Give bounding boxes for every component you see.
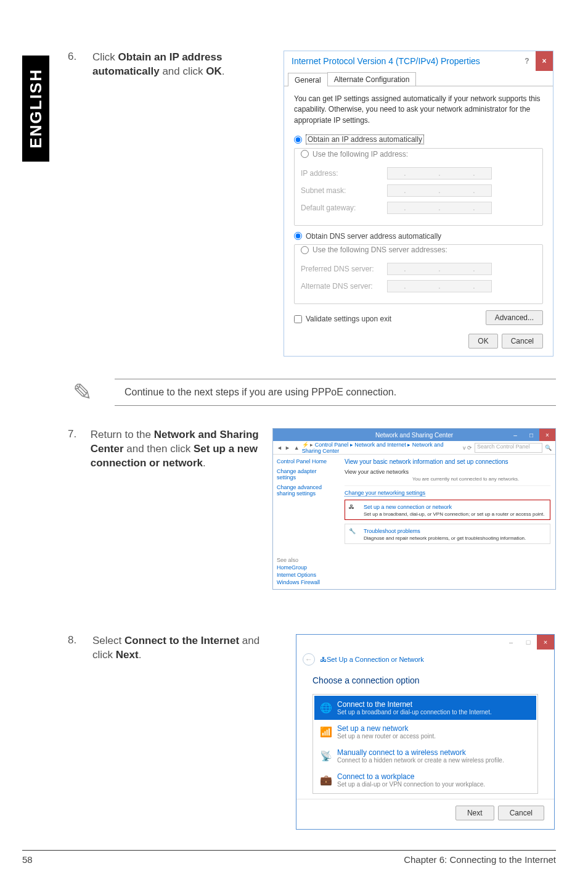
close-icon[interactable]: × <box>537 635 554 650</box>
up-icon[interactable]: ▲ <box>294 445 300 451</box>
close-icon[interactable]: × <box>536 51 553 71</box>
network-icon: 🖧 <box>349 504 360 515</box>
page-number: 58 <box>22 854 33 865</box>
radio-use-following-ip[interactable] <box>301 150 309 158</box>
radio-obtain-ip-auto[interactable] <box>294 136 302 144</box>
breadcrumb[interactable]: ⚡ ▸ Control Panel ▸ Network and Internet… <box>302 442 460 454</box>
preferred-dns-label: Preferred DNS server: <box>301 265 387 273</box>
maximize-icon[interactable]: □ <box>523 429 539 441</box>
wizard-title: Set Up a Connection or Network <box>327 656 424 663</box>
sidebar-change-sharing[interactable]: Change advanced sharing settings <box>277 484 336 497</box>
wizard-title-icon: 🖧 <box>320 656 327 663</box>
radio-use-following-dns-label: Use the following DNS server addresses: <box>312 245 447 254</box>
see-also-label: See also <box>277 557 320 563</box>
minimize-icon[interactable]: – <box>502 635 520 650</box>
language-tab-label: ENGLISH <box>27 68 46 149</box>
alternate-dns-label: Alternate DNS server: <box>301 282 387 291</box>
minimize-icon[interactable]: – <box>507 429 523 441</box>
troubleshoot-icon: 🔧 <box>349 528 360 539</box>
link-setup-new-connection[interactable]: 🖧 Set up a new connection or network Set… <box>345 500 550 520</box>
ipv4-properties-dialog: Internet Protocol Version 4 (TCP/IPv4) P… <box>284 51 553 357</box>
maximize-icon[interactable]: □ <box>520 635 537 650</box>
radio-use-following-dns[interactable] <box>301 246 309 254</box>
advanced-button[interactable]: Advanced... <box>486 310 543 325</box>
sidebar-change-adapter[interactable]: Change adapter settings <box>277 468 336 481</box>
nsc-change-settings-header: Change your networking settings <box>345 490 425 497</box>
step7-text: Return to the Network and Sharing Center… <box>91 428 260 471</box>
default-gateway-label: Default gateway: <box>301 204 387 212</box>
ipv4-description: You can get IP settings assigned automat… <box>294 94 543 126</box>
step6-number: 6. <box>68 51 92 63</box>
network-sharing-center-window: Network and Sharing Center – □ × ◄ ► ▲ ⚡… <box>272 428 556 590</box>
ipv4-dialog-title: Internet Protocol Version 4 (TCP/IPv4) P… <box>284 51 518 71</box>
ok-button[interactable]: OK <box>468 334 497 349</box>
step6-text: Click Obtain an IP address automatically… <box>92 51 265 79</box>
option-connect-workplace[interactable]: 💼 Connect to a workplaceSet up a dial-up… <box>314 768 536 792</box>
nsc-active-networks-header: View your active networks <box>345 469 550 475</box>
step8-text: Select Connect to the Internet and click… <box>92 634 277 662</box>
sidebar-control-panel-home[interactable]: Control Panel Home <box>277 458 327 464</box>
tab-general[interactable]: General <box>288 73 328 86</box>
forward-icon[interactable]: ► <box>285 445 290 451</box>
radio-obtain-dns-auto-label: Obtain DNS server address automatically <box>306 232 441 241</box>
back-icon[interactable]: ◄ <box>277 445 282 451</box>
cancel-button[interactable]: Cancel <box>498 806 544 820</box>
validate-settings-checkbox[interactable] <box>294 315 302 323</box>
wizard-header: Choose a connection option <box>312 675 538 685</box>
globe-icon: 🌐 <box>320 702 337 714</box>
back-icon[interactable]: ← <box>303 653 315 666</box>
nsc-title: Network and Sharing Center <box>375 432 453 439</box>
briefcase-icon: 💼 <box>320 774 337 786</box>
link-windows-firewall[interactable]: Windows Firewall <box>277 579 320 585</box>
nsc-main-header: View your basic network information and … <box>345 458 550 465</box>
tab-alternate-configuration[interactable]: Alternate Configuration <box>327 72 417 86</box>
cancel-button[interactable]: Cancel <box>502 334 543 349</box>
note-text: Continue to the next steps if you are us… <box>115 379 556 406</box>
step7-number: 7. <box>68 428 91 440</box>
close-icon[interactable]: × <box>539 429 555 441</box>
search-icon[interactable]: 🔍 <box>545 445 552 451</box>
option-setup-new-network[interactable]: 📶 Set up a new networkSet up a new route… <box>314 720 536 744</box>
radio-obtain-dns-auto[interactable] <box>294 232 302 240</box>
default-gateway-input: ... <box>387 202 492 214</box>
alternate-dns-input: ... <box>387 280 492 292</box>
preferred-dns-input: ... <box>387 263 492 275</box>
link-troubleshoot[interactable]: 🔧 Troubleshoot problems Diagnose and rep… <box>345 524 550 544</box>
language-tab: ENGLISH <box>22 56 49 162</box>
radio-use-following-ip-label: Use the following IP address: <box>312 150 408 159</box>
link-internet-options[interactable]: Internet Options <box>277 572 320 578</box>
help-icon[interactable]: ? <box>518 51 536 71</box>
subnet-mask-label: Subnet mask: <box>301 186 387 195</box>
radio-obtain-ip-auto-label: Obtain an IP address automatically <box>306 134 424 144</box>
ip-address-label: IP address: <box>301 169 387 178</box>
validate-settings-label: Validate settings upon exit <box>306 315 391 323</box>
wifi-icon: 📡 <box>320 750 337 762</box>
chapter-title: Chapter 6: Connecting to the Internet <box>404 854 556 865</box>
option-manual-wireless[interactable]: 📡 Manually connect to a wireless network… <box>314 744 536 768</box>
link-homegroup[interactable]: HomeGroup <box>277 564 320 571</box>
step8-number: 8. <box>68 634 92 646</box>
set-up-connection-wizard: – □ × ← 🖧 Set Up a Connection or Network… <box>296 634 555 830</box>
subnet-mask-input: ... <box>387 184 492 197</box>
router-icon: 📶 <box>320 726 337 738</box>
search-input[interactable]: Search Control Panel <box>475 443 542 453</box>
next-button[interactable]: Next <box>455 806 494 820</box>
nsc-active-networks-sub: You are currently not connected to any n… <box>345 476 550 482</box>
note-pencil-icon: ✎ <box>65 379 115 406</box>
ip-address-input: ... <box>387 167 492 179</box>
option-connect-internet[interactable]: 🌐 Connect to the InternetSet up a broadb… <box>314 696 536 720</box>
